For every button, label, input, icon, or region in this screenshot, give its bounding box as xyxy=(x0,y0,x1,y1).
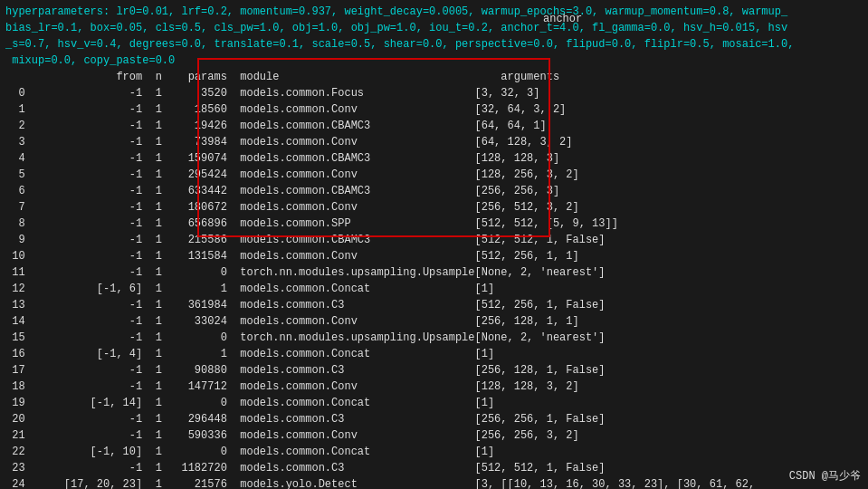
table-row: 9 -1 1 215586 models.common.CBAMC3 [512,… xyxy=(5,232,863,248)
table-row: 12 [-1, 6] 1 1 models.common.Concat [1] xyxy=(5,281,863,297)
table-row: 14 -1 1 33024 models.common.Conv [256, 1… xyxy=(5,313,863,330)
hyperparams-line2: bias_lr=0.1, box=0.05, cls=0.5, cls_pw=1… xyxy=(5,20,863,36)
table-row: 11 -1 1 0 torch.nn.modules.upsampling.Up… xyxy=(5,264,863,281)
table-header: from n params module arguments xyxy=(5,69,863,85)
table-row: 16 [-1, 4] 1 1 models.common.Concat [1] xyxy=(5,346,863,362)
table-row: 3 -1 1 73984 models.common.Conv [64, 128… xyxy=(5,134,863,150)
table-row: 21 -1 1 590336 models.common.Conv [256, … xyxy=(5,427,863,444)
table-row: 19 [-1, 14] 1 0 models.common.Concat [1] xyxy=(5,395,863,411)
table-row: 5 -1 1 295424 models.common.Conv [128, 2… xyxy=(5,167,863,183)
table-row: 6 -1 1 633442 models.common.CBAMC3 [256,… xyxy=(5,183,863,199)
anchor-label: anchor xyxy=(543,13,582,25)
table-row: 23 -1 1 1182720 models.common.C3 [512, 5… xyxy=(5,460,863,476)
table-row: 10 -1 1 131584 models.common.Conv [512, … xyxy=(5,248,863,264)
table-row: 0 -1 1 3520 models.common.Focus [3, 32, … xyxy=(5,85,863,101)
hyperparams-line3: _s=0.7, hsv_v=0.4, degrees=0.0, translat… xyxy=(5,36,863,53)
hyperparams-line4: mixup=0.0, copy_paste=0.0 xyxy=(5,53,863,69)
table-row: 1 -1 1 18560 models.common.Conv [32, 64,… xyxy=(5,101,863,118)
table-row: 18 -1 1 147712 models.common.Conv [128, … xyxy=(5,379,863,395)
table-row: 24 [17, 20, 23] 1 21576 models.yolo.Dete… xyxy=(5,476,863,489)
watermark: CSDN @马少爷 xyxy=(789,468,861,484)
table-row: 20 -1 1 296448 models.common.C3 [256, 25… xyxy=(5,411,863,427)
table-row: 7 -1 1 180672 models.common.Conv [256, 5… xyxy=(5,199,863,216)
table-row: 22 [-1, 10] 1 0 models.common.Concat [1] xyxy=(5,444,863,460)
table-row: 13 -1 1 361984 models.common.C3 [512, 25… xyxy=(5,297,863,313)
table-row: 4 -1 1 159074 models.common.CBAMC3 [128,… xyxy=(5,150,863,167)
hyperparams-line1: hyperparameters: lr0=0.01, lrf=0.2, mome… xyxy=(5,4,863,20)
table-row: 8 -1 1 656896 models.common.SPP [512, 51… xyxy=(5,216,863,232)
table-row: 2 -1 1 19426 models.common.CBAMC3 [64, 6… xyxy=(5,118,863,134)
terminal-window: hyperparameters: lr0=0.01, lrf=0.2, mome… xyxy=(0,0,868,489)
table-row: 15 -1 1 0 torch.nn.modules.upsampling.Up… xyxy=(5,330,863,346)
table-row: 17 -1 1 90880 models.common.C3 [256, 128… xyxy=(5,362,863,379)
